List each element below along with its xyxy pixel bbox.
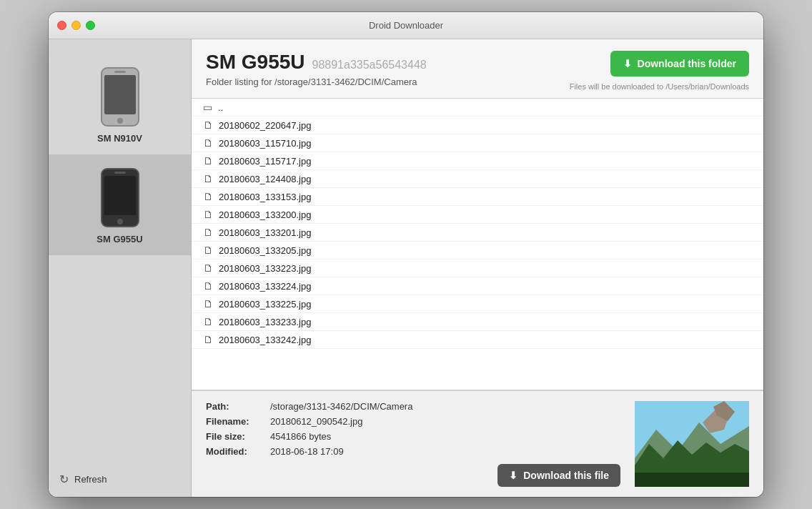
filename-value: 20180612_090542.jpg	[270, 416, 362, 427]
svg-point-2	[117, 118, 123, 124]
file-icon: 🗋	[203, 334, 213, 345]
filename: 20180603_133201.jpg	[219, 227, 311, 238]
filename: 20180603_124408.jpg	[219, 174, 311, 184]
svg-point-6	[117, 219, 123, 224]
modified-value: 2018-06-18 17:09	[270, 446, 344, 457]
traffic-lights	[57, 21, 95, 30]
download-folder-icon: ⬇	[623, 58, 632, 69]
parent-dir-label: ..	[218, 102, 223, 113]
folder-path: Folder listing for /storage/3131-3462/DC…	[206, 76, 427, 87]
bottom-panel: Path: /storage/3131-3462/DCIM/Camera Fil…	[192, 390, 763, 497]
list-item[interactable]: 🗋 20180603_115710.jpg	[192, 134, 763, 152]
preview-image	[635, 401, 749, 487]
device-name: SM G955U	[206, 51, 305, 74]
preview-area	[635, 401, 749, 487]
list-item[interactable]: 🗋 20180603_115717.jpg	[192, 152, 763, 170]
header-right: ⬇ Download this folder Files will be dow…	[570, 51, 749, 91]
path-label: Path:	[206, 401, 270, 412]
list-item[interactable]: 🗋 20180603_133201.jpg	[192, 224, 763, 242]
refresh-label: Refresh	[74, 474, 107, 485]
filesize-label: File size:	[206, 431, 270, 442]
file-icon: 🗋	[203, 209, 213, 220]
list-item[interactable]: 🗋 20180603_133233.jpg	[192, 313, 763, 331]
file-icon: 🗋	[203, 298, 213, 310]
filename: 20180602_220647.jpg	[219, 120, 311, 131]
file-icon: 🗋	[203, 155, 213, 167]
filename: 20180603_133223.jpg	[219, 263, 311, 274]
download-destination: Files will be downloaded to /Users/brian…	[570, 82, 749, 91]
file-info: Path: /storage/3131-3462/DCIM/Camera Fil…	[206, 401, 620, 487]
path-value: /storage/3131-3462/DCIM/Camera	[270, 401, 412, 412]
file-icon: 🗋	[203, 119, 213, 131]
list-item[interactable]: 🗋 20180603_133153.jpg	[192, 188, 763, 206]
list-item[interactable]: 🗋 20180603_133223.jpg	[192, 260, 763, 277]
device-label-n910v: SM N910V	[97, 133, 142, 144]
svg-rect-7	[114, 172, 126, 174]
close-button[interactable]	[57, 21, 66, 30]
main-content: SM N910V SM G955U ↻ Refresh	[49, 39, 763, 497]
device-title-area: SM G955U 98891a335a56543448 Folder listi…	[206, 51, 427, 87]
filename: 20180603_133233.jpg	[219, 317, 311, 327]
titlebar: Droid Downloader	[49, 12, 763, 39]
path-row: Path: /storage/3131-3462/DCIM/Camera	[206, 401, 620, 412]
sidebar-item-sm-n910v[interactable]: SM N910V	[49, 54, 191, 154]
file-icon: 🗋	[203, 316, 213, 327]
file-icon: 🗋	[203, 262, 213, 274]
sidebar: SM N910V SM G955U ↻ Refresh	[49, 39, 192, 497]
filename: 20180603_115717.jpg	[219, 156, 311, 167]
window-title: Droid Downloader	[369, 20, 443, 31]
svg-rect-3	[114, 71, 126, 73]
modified-label: Modified:	[206, 446, 270, 457]
file-icon: 🗋	[203, 137, 213, 149]
file-icon: 🗋	[203, 244, 213, 256]
download-folder-button[interactable]: ⬇ Download this folder	[610, 51, 749, 76]
refresh-area[interactable]: ↻ Refresh	[49, 462, 191, 497]
app-window: Droid Downloader SM N910V	[49, 12, 763, 497]
filename: 20180603_133200.jpg	[219, 209, 311, 220]
filename: 20180603_133224.jpg	[219, 281, 311, 292]
filename: 20180603_133225.jpg	[219, 299, 311, 310]
device-title: SM G955U 98891a335a56543448	[206, 51, 427, 74]
list-item[interactable]: 🗋 20180603_124408.jpg	[192, 170, 763, 188]
file-icon: 🗋	[203, 280, 213, 292]
refresh-icon: ↻	[59, 473, 69, 486]
device-icon-g955u	[95, 165, 145, 229]
file-list: ▭ .. 🗋 20180602_220647.jpg 🗋 20180603_11…	[192, 99, 763, 349]
svg-rect-1	[104, 75, 136, 114]
download-file-label: Download this file	[523, 470, 609, 481]
modified-row: Modified: 2018-06-18 17:09	[206, 446, 620, 457]
filename: 20180603_133205.jpg	[219, 245, 311, 256]
download-folder-label: Download this folder	[638, 58, 736, 69]
sidebar-item-sm-g955u[interactable]: SM G955U	[49, 154, 191, 255]
file-icon: 🗋	[203, 227, 213, 238]
list-item[interactable]: 🗋 20180603_133224.jpg	[192, 277, 763, 295]
maximize-button[interactable]	[86, 21, 95, 30]
file-list-area[interactable]: ▭ .. 🗋 20180602_220647.jpg 🗋 20180603_11…	[192, 99, 763, 390]
list-item[interactable]: 🗋 20180603_133205.jpg	[192, 242, 763, 260]
download-file-icon: ⬇	[509, 470, 518, 481]
list-item[interactable]: 🗋 20180603_133200.jpg	[192, 206, 763, 224]
file-list-item-parent[interactable]: ▭ ..	[192, 99, 763, 117]
minimize-button[interactable]	[71, 21, 81, 30]
filename-label: Filename:	[206, 416, 270, 427]
file-icon: 🗋	[203, 191, 213, 202]
svg-rect-5	[104, 176, 136, 215]
file-icon: 🗋	[203, 173, 213, 184]
filename: 20180603_115710.jpg	[219, 138, 311, 149]
main-header: SM G955U 98891a335a56543448 Folder listi…	[192, 39, 763, 99]
filename: 20180603_133153.jpg	[219, 192, 311, 202]
folder-icon: ▭	[203, 102, 212, 113]
list-item[interactable]: 🗋 20180602_220647.jpg	[192, 117, 763, 134]
filesize-value: 4541866 bytes	[270, 431, 331, 442]
filesize-row: File size: 4541866 bytes	[206, 431, 620, 442]
main-area: SM G955U 98891a335a56543448 Folder listi…	[192, 39, 763, 497]
list-item[interactable]: 🗋 20180603_133242.jpg	[192, 331, 763, 349]
device-id: 98891a335a56543448	[312, 59, 427, 71]
download-file-button[interactable]: ⬇ Download this file	[497, 464, 620, 487]
device-icon-n910v	[95, 64, 145, 129]
filename: 20180603_133242.jpg	[219, 335, 311, 345]
svg-rect-11	[635, 473, 749, 487]
filename-row: Filename: 20180612_090542.jpg	[206, 416, 620, 427]
list-item[interactable]: 🗋 20180603_133225.jpg	[192, 295, 763, 313]
device-label-g955u: SM G955U	[96, 234, 142, 244]
